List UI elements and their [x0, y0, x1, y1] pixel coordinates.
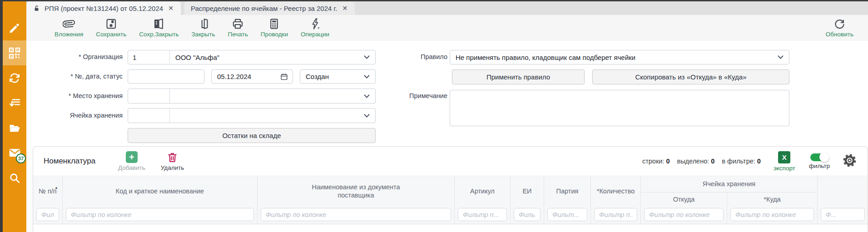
folder-icon — [9, 122, 20, 134]
storage-place-select[interactable] — [128, 89, 376, 104]
lightning-icon — [309, 18, 321, 30]
column-filter-input[interactable] — [514, 208, 541, 221]
toggle-knob — [819, 152, 829, 162]
column-header-supplier-doc-name[interactable]: Наименование из документа поставщика — [258, 176, 455, 207]
window-top-edge — [0, 0, 868, 1]
document-toolbar: Вложения Сохранить Сохр.Закрыть — [26, 15, 868, 41]
refresh-icon — [833, 18, 846, 30]
tab-title: РПЯ (проект №131244) от 05.12.2024 — [45, 5, 163, 12]
storage-cell-select[interactable] — [128, 108, 376, 123]
column-header-row-number[interactable]: № п/п ▲ — [33, 176, 63, 207]
date-input[interactable]: 05.12.2024 — [211, 69, 293, 84]
organization-select[interactable]: 1 ООО "Альфа" — [128, 50, 376, 64]
column-filter-input[interactable] — [730, 208, 814, 221]
note-textarea[interactable] — [450, 90, 789, 126]
apply-rule-button[interactable]: Применить правило — [452, 69, 585, 84]
sidebar-item-mail[interactable]: 37 — [3, 140, 26, 165]
chevron-down-icon — [364, 74, 370, 79]
rule-select[interactable]: Не применять правило, кладовщик сам подб… — [450, 50, 789, 64]
sidebar-item-import[interactable] — [3, 90, 26, 115]
operations-button[interactable]: Операции — [296, 15, 334, 38]
chevron-down-icon — [364, 94, 370, 98]
trash-icon — [167, 152, 178, 163]
sidebar-item-sync[interactable] — [3, 65, 26, 90]
column-filter-input[interactable] — [66, 208, 254, 221]
column-filter-input[interactable] — [821, 208, 865, 221]
save-button[interactable]: Сохранить — [91, 15, 131, 38]
filter-cell — [33, 207, 63, 224]
add-label: Добавить — [118, 164, 145, 171]
column-filter-input[interactable] — [594, 208, 637, 221]
table-settings-button[interactable] — [843, 153, 857, 169]
excel-icon: X — [778, 151, 790, 163]
sort-asc-icon: ▲ — [55, 186, 58, 190]
storage-place-code — [128, 89, 170, 103]
close-icon[interactable]: ✕ — [341, 5, 348, 12]
toolbar-label: Печать — [228, 31, 248, 38]
column-header-from[interactable]: Откуда — [641, 193, 727, 207]
column-header-article[interactable]: Артикул — [455, 176, 511, 207]
filter-toggle-block: фильтр — [809, 153, 830, 169]
close-button[interactable]: Закрыть — [187, 15, 219, 38]
refresh-button[interactable]: Обновить — [821, 15, 858, 38]
document-number-input[interactable] — [128, 69, 204, 84]
print-button[interactable]: Печать — [223, 15, 252, 38]
toolbar-label: Обновить — [826, 31, 853, 38]
app-window: 37 РПЯ (проект №131244) от 05.12.2024 ✕ … — [0, 0, 868, 232]
filter-cell — [727, 207, 818, 224]
tab-registry[interactable]: Распределение по ячейкам - Реестр за 202… — [184, 1, 355, 15]
add-row-button[interactable]: + Добавить — [118, 151, 145, 171]
sidebar-item-search[interactable] — [3, 165, 26, 190]
export-label: экспорт — [774, 165, 795, 172]
close-icon[interactable]: ✕ — [167, 5, 174, 12]
organization-code: 1 — [128, 50, 170, 64]
attachments-button[interactable]: Вложения — [50, 15, 88, 38]
delete-row-button[interactable]: Удалить — [161, 152, 184, 171]
filter-cell — [641, 207, 727, 224]
column-group-storage-cell: Ячейка хранения — [641, 176, 818, 193]
sidebar-item-cells[interactable] — [3, 40, 26, 65]
filter-toggle-label: фильтр — [809, 163, 830, 169]
delete-label: Удалить — [161, 164, 184, 171]
pencil-icon — [9, 22, 20, 34]
storage-cell-label: Ячейка хранения — [32, 112, 123, 119]
excel-export-button[interactable]: X экспорт — [774, 151, 795, 172]
paperclip-icon — [63, 18, 75, 30]
rows-count: строки:0 — [642, 158, 670, 165]
door-icon — [197, 18, 209, 30]
column-filter-input[interactable] — [547, 208, 587, 221]
filter-toggle[interactable] — [810, 153, 828, 161]
main-sidebar: 37 — [3, 0, 26, 232]
column-filter-input[interactable] — [261, 208, 451, 221]
storage-cell-code — [128, 109, 170, 123]
column-header-to[interactable]: *Куда — [727, 193, 818, 207]
warehouse-stock-button[interactable]: Остатки на складе — [128, 128, 376, 143]
postings-button[interactable]: Проводки — [256, 15, 293, 38]
column-header-code-name[interactable]: Код и краткое наименование — [63, 176, 258, 207]
document-form: * Организация * №, дата, статус * Место … — [26, 41, 868, 146]
column-header-batch[interactable]: Партия — [544, 176, 591, 207]
column-filter-input[interactable] — [644, 208, 724, 221]
column-header-quantity[interactable]: *Количество — [591, 176, 641, 207]
organization-name: ООО "Альфа" — [170, 54, 375, 61]
column-filter-input[interactable] — [458, 208, 507, 221]
sidebar-item-edit[interactable] — [3, 15, 26, 40]
sidebar-item-files[interactable] — [3, 115, 26, 140]
column-filter-input[interactable] — [36, 208, 59, 221]
column-header-partial — [818, 176, 868, 207]
number-date-status-label: * №, дата, статус — [32, 73, 123, 80]
status-select[interactable]: Создан — [300, 69, 376, 84]
column-header-unit[interactable]: ЕИ — [511, 176, 544, 207]
chevron-down-icon — [364, 114, 370, 118]
toolbar-label: Проводки — [261, 31, 288, 38]
save-close-button[interactable]: Сохр.Закрыть — [134, 15, 183, 38]
table-stats: строки:0 выделено:0 в фильтре:0 — [642, 158, 761, 165]
gear-icon — [843, 153, 857, 168]
copy-from-to-button[interactable]: Скопировать из «Откуда» в «Куда» — [592, 69, 789, 84]
plus-icon: + — [126, 151, 138, 163]
note-label: Примечание — [377, 92, 447, 99]
tab-document[interactable]: РПЯ (проект №131244) от 05.12.2024 ✕ — [26, 1, 181, 15]
table-header: № п/п ▲ Код и краткое наименование Наиме… — [33, 176, 868, 224]
toolbar-label: Операции — [301, 31, 329, 38]
unread-count-badge: 37 — [16, 153, 26, 163]
